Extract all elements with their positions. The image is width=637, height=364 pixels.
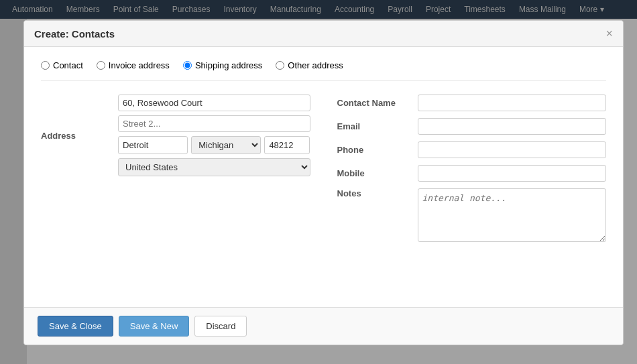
address-type-group: Contact Invoice address Shipping address… bbox=[41, 60, 606, 81]
radio-shipping[interactable]: Shipping address bbox=[183, 60, 262, 70]
contact-name-label: Contact Name bbox=[337, 98, 411, 108]
city-state-zip-row: Michigan bbox=[118, 136, 310, 154]
radio-invoice[interactable]: Invoice address bbox=[97, 60, 170, 70]
radio-shipping-label: Shipping address bbox=[195, 60, 262, 70]
address-row: Address Michigan United States bbox=[41, 95, 310, 176]
modal-body: Contact Invoice address Shipping address… bbox=[24, 47, 623, 307]
country-select[interactable]: United States bbox=[118, 158, 310, 176]
radio-other-input[interactable] bbox=[276, 61, 284, 70]
email-row: Email bbox=[337, 118, 607, 135]
form-section: Address Michigan United States bbox=[41, 95, 606, 249]
email-input[interactable] bbox=[418, 118, 607, 135]
create-contacts-modal: Create: Contacts × Contact Invoice addre… bbox=[23, 20, 624, 345]
radio-other-label: Other address bbox=[288, 60, 343, 70]
email-label: Email bbox=[337, 121, 411, 131]
radio-contact-label: Contact bbox=[53, 60, 83, 70]
address-section: Address Michigan United States bbox=[41, 95, 310, 249]
radio-other[interactable]: Other address bbox=[276, 60, 343, 70]
save-close-button[interactable]: Save & Close bbox=[38, 316, 113, 337]
zip-input[interactable] bbox=[264, 136, 310, 154]
phone-row: Phone bbox=[337, 141, 607, 158]
radio-contact[interactable]: Contact bbox=[41, 60, 83, 70]
contact-fields-section: Contact Name Email Phone Mobile Notes bbox=[337, 95, 607, 249]
street1-input[interactable] bbox=[118, 95, 310, 111]
mobile-row: Mobile bbox=[337, 165, 607, 182]
save-new-button[interactable]: Save & New bbox=[119, 316, 190, 337]
modal-header: Create: Contacts × bbox=[24, 21, 623, 47]
address-label: Address bbox=[41, 131, 108, 141]
discard-button[interactable]: Discard bbox=[194, 316, 247, 337]
address-fields: Michigan United States bbox=[118, 95, 310, 176]
radio-invoice-label: Invoice address bbox=[109, 60, 170, 70]
modal-title: Create: Contacts bbox=[34, 28, 115, 40]
phone-input[interactable] bbox=[418, 141, 607, 158]
notes-row: Notes bbox=[337, 188, 607, 242]
radio-shipping-input[interactable] bbox=[183, 61, 192, 70]
contact-name-row: Contact Name bbox=[337, 95, 607, 111]
modal-footer: Save & Close Save & New Discard bbox=[24, 307, 623, 345]
contact-name-input[interactable] bbox=[418, 95, 607, 111]
phone-label: Phone bbox=[337, 145, 411, 155]
radio-invoice-input[interactable] bbox=[97, 61, 105, 70]
mobile-label: Mobile bbox=[337, 168, 411, 178]
notes-label: Notes bbox=[337, 188, 411, 198]
radio-contact-input[interactable] bbox=[41, 61, 50, 70]
mobile-input[interactable] bbox=[418, 165, 607, 182]
state-select[interactable]: Michigan bbox=[191, 136, 261, 154]
city-input[interactable] bbox=[118, 136, 188, 154]
street2-input[interactable] bbox=[118, 115, 310, 132]
notes-textarea[interactable] bbox=[418, 188, 607, 242]
modal-close-button[interactable]: × bbox=[605, 27, 613, 40]
